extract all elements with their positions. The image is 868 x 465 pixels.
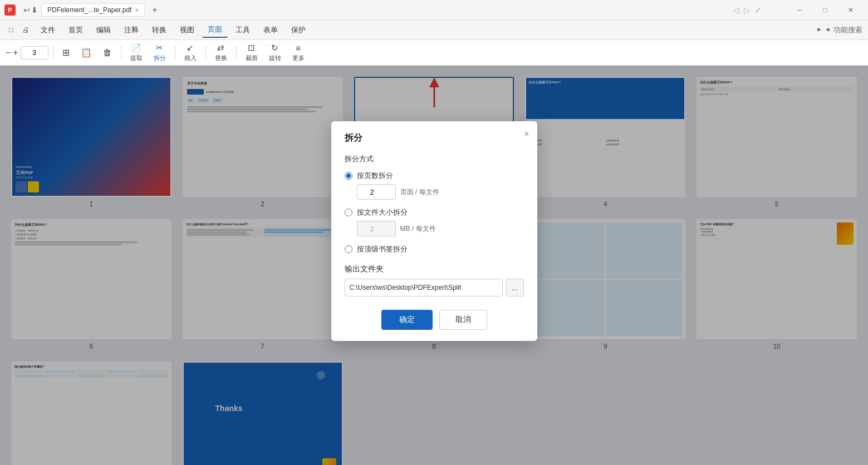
by-pages-radio[interactable] — [345, 172, 352, 180]
more-icon: ≡ — [296, 43, 301, 53]
title-bar: P ↩ ⬇ PDFelement_...te_Paper.pdf × + ◁ ▷… — [0, 0, 868, 20]
win-buttons: ─ □ ✕ — [787, 0, 864, 20]
zoom-input[interactable]: 3 — [21, 46, 48, 60]
menu-form[interactable]: 表单 — [258, 23, 283, 37]
nav-back-icon[interactable]: ◁ — [733, 6, 739, 14]
by-bookmark-label: 按顶级书签拆分 — [357, 244, 408, 254]
menu-bar: □ 🖨 文件 首页 编辑 注释 转换 视图 页面 工具 表单 保护 ✦ ✦ 功能… — [0, 20, 868, 40]
insert-btn[interactable]: ↙ 插入 — [180, 41, 201, 65]
replace-btn[interactable]: ⇄ 替换 — [210, 41, 232, 65]
sep1 — [53, 45, 53, 61]
expand-icon[interactable]: ⤢ — [754, 6, 761, 14]
pages-unit: 页面 / 每文件 — [400, 187, 439, 197]
replace-label: 替换 — [215, 54, 227, 62]
radio-group: 按页数拆分 2 页面 / 每文件 按文件大小拆分 2 MB / 每 — [345, 171, 524, 254]
by-bookmark-row: 按顶级书签拆分 — [345, 244, 524, 254]
window-controls: ◁ ▷ ⤢ ─ □ ✕ — [733, 0, 864, 20]
menu-view[interactable]: 视图 — [174, 23, 200, 37]
menu-tools[interactable]: 工具 — [230, 23, 256, 37]
app-icon: P — [4, 4, 16, 16]
extract-icon: 📄 — [131, 43, 141, 53]
crop-label: 裁剪 — [246, 54, 258, 62]
by-size-row: 按文件大小拆分 — [345, 207, 524, 217]
more-label: 更多 — [292, 54, 305, 62]
menu-convert[interactable]: 转换 — [146, 23, 172, 37]
dialog-close-btn[interactable]: × — [524, 129, 529, 139]
size-unit: MB / 每文件 — [400, 224, 436, 234]
menu-edit[interactable]: 编辑 — [91, 23, 116, 37]
extract-btn[interactable]: 📄 提取 — [126, 41, 147, 65]
split-btn[interactable]: ✂ 拆分 — [149, 41, 170, 65]
rotate-label: 旋转 — [269, 54, 281, 62]
rotate-icon: ↻ — [271, 43, 278, 53]
redo-icon[interactable]: ⬇ — [31, 6, 38, 14]
sep2 — [121, 45, 121, 61]
new-tab-btn[interactable]: + — [148, 3, 161, 17]
zoom-out-btn[interactable]: − — [6, 48, 11, 58]
dialog-title: 拆分 — [345, 132, 524, 144]
dialog-footer: 确定 取消 — [345, 310, 524, 330]
delete-icon: 🗑 — [103, 48, 112, 58]
tab-close-btn[interactable]: × — [135, 7, 138, 13]
pages-input-row: 2 页面 / 每文件 — [357, 184, 524, 200]
output-folder-label: 输出文件夹 — [345, 264, 524, 274]
by-pages-option: 按页数拆分 2 页面 / 每文件 — [345, 171, 524, 200]
replace-icon: ⇄ — [217, 43, 224, 53]
feature-search-icon: ✦ — [816, 26, 822, 34]
menu-page[interactable]: 页面 — [202, 22, 228, 38]
sep3 — [175, 45, 175, 61]
rotate-btn[interactable]: ↻ 旋转 — [264, 41, 286, 65]
by-size-label: 按文件大小拆分 — [357, 207, 408, 217]
menu-file[interactable]: 文件 — [35, 23, 61, 37]
menu-annotate[interactable]: 注释 — [119, 23, 144, 37]
tab-label: PDFelement_...te_Paper.pdf — [47, 6, 131, 14]
split-label: 拆分 — [154, 54, 166, 62]
cancel-btn[interactable]: 取消 — [439, 310, 487, 330]
zoom-in-btn[interactable]: + — [13, 48, 18, 58]
split-dialog: 拆分 × 拆分方式 按页数拆分 2 页面 / 每文件 — [331, 121, 537, 341]
insert-label: 插入 — [184, 54, 197, 62]
browse-folder-btn[interactable]: ... — [506, 279, 524, 296]
file-tab[interactable]: PDFelement_...te_Paper.pdf × — [41, 3, 145, 17]
file-controls: ↩ ⬇ — [23, 6, 38, 14]
thumbnail-icon: ⊞ — [62, 47, 70, 58]
delete-page-btn[interactable]: 🗑 — [99, 46, 116, 60]
title-bar-left: P ↩ ⬇ PDFelement_...te_Paper.pdf × + — [4, 3, 161, 17]
menu-home[interactable]: 首页 — [63, 23, 89, 37]
by-bookmark-radio[interactable] — [345, 245, 352, 253]
print-icon[interactable]: 🖨 — [19, 23, 33, 36]
dialog-overlay: 拆分 × 拆分方式 按页数拆分 2 页面 / 每文件 — [0, 66, 868, 465]
crop-btn[interactable]: ⊡ 裁剪 — [241, 41, 262, 65]
size-input-row: 2 MB / 每文件 — [357, 221, 524, 236]
feature-search-label: ✦ 功能搜索 — [825, 25, 862, 35]
thumbnail-btn[interactable]: ⊞ — [58, 45, 74, 60]
close-btn[interactable]: ✕ — [838, 0, 864, 20]
by-size-radio[interactable] — [345, 209, 352, 216]
insert-page-btn[interactable]: 📋 — [76, 45, 96, 60]
sep5 — [236, 45, 237, 61]
minimize-btn[interactable]: ─ — [787, 0, 812, 20]
undo-icon[interactable]: ↩ — [23, 6, 30, 14]
extract-label: 提取 — [130, 54, 143, 62]
feature-search[interactable]: ✦ ✦ 功能搜索 — [816, 25, 862, 35]
confirm-btn[interactable]: 确定 — [381, 310, 433, 330]
folder-path-input[interactable]: C:\Users\ws\Desktop\PDFExpert\Split — [345, 279, 503, 296]
mb-per-file-input[interactable]: 2 — [357, 221, 396, 236]
maximize-btn[interactable]: □ — [812, 0, 838, 20]
toolbar: − + 3 ⊞ 📋 🗑 📄 提取 ✂ 拆分 ↙ 插入 ⇄ 替换 ⊡ 裁剪 ↻ 旋… — [0, 40, 868, 66]
sep4 — [205, 45, 206, 61]
insert-icon: 📋 — [81, 47, 92, 58]
save-icon[interactable]: □ — [6, 23, 17, 36]
pages-per-file-input[interactable]: 2 — [357, 184, 396, 200]
by-size-option: 按文件大小拆分 2 MB / 每文件 — [345, 207, 524, 236]
by-pages-label: 按页数拆分 — [357, 171, 393, 181]
nav-forward-icon[interactable]: ▷ — [744, 6, 750, 14]
by-pages-row: 按页数拆分 — [345, 171, 524, 181]
crop-icon: ⊡ — [248, 43, 255, 53]
insert-page-icon: ↙ — [187, 43, 194, 53]
split-icon: ✂ — [156, 43, 163, 53]
more-btn[interactable]: ≡ 更多 — [288, 41, 309, 65]
main-content: wondershare 万兴PDF 2021产品手册 1 关于方兴科技 — [0, 66, 868, 465]
menu-protect[interactable]: 保护 — [286, 23, 311, 37]
split-method-label: 拆分方式 — [345, 154, 524, 164]
